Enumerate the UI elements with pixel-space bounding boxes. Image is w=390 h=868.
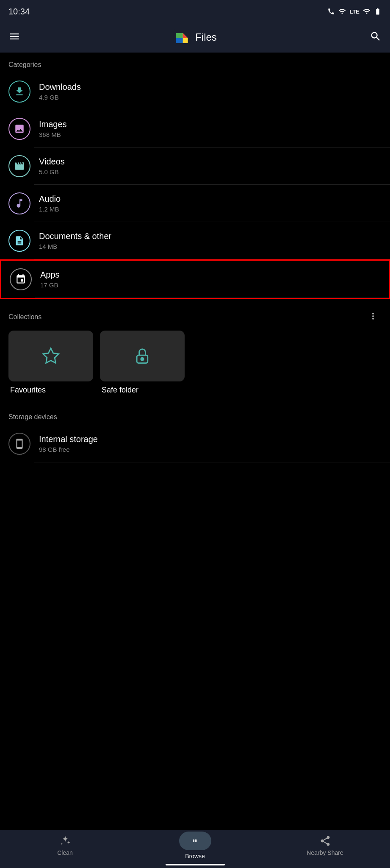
collection-item-safe-folder[interactable]: Safe folder [100, 331, 185, 395]
download-icon [14, 86, 25, 97]
documents-icon-circle [8, 230, 30, 252]
categories-label: Categories [0, 53, 390, 73]
svg-marker-4 [176, 38, 183, 43]
internal-storage-name: Internal storage [39, 434, 98, 444]
clean-nav-label: Clean [57, 849, 73, 856]
internal-storage-info: Internal storage 98 GB free [39, 434, 98, 453]
favourites-label: Favourites [8, 386, 46, 395]
browse-icon [189, 835, 201, 847]
nearby-share-nav-icon [319, 835, 331, 847]
downloads-size: 4.9 GB [39, 94, 81, 101]
apps-name: Apps [40, 270, 60, 280]
apps-size: 17 GB [40, 281, 60, 289]
collection-item-favourites[interactable]: Favourites [8, 331, 93, 395]
safe-folder-label: Safe folder [100, 386, 138, 395]
home-indicator [166, 864, 225, 865]
nearby-share-icon [319, 835, 331, 847]
more-options-button[interactable] [365, 309, 382, 325]
app-bar: Files [0, 22, 390, 53]
audio-info: Audio 1.2 MB [39, 194, 61, 213]
videos-icon [14, 161, 25, 172]
call-icon [327, 8, 335, 15]
svg-marker-2 [176, 33, 183, 38]
status-icons: LTE [327, 8, 382, 15]
signal-icon [363, 8, 371, 15]
audio-size: 1.2 MB [39, 206, 61, 213]
audio-name: Audio [39, 194, 61, 204]
svg-rect-11 [196, 840, 196, 842]
videos-size: 5.0 GB [39, 168, 65, 175]
battery-icon [374, 8, 382, 15]
images-size: 368 MB [39, 131, 67, 138]
downloads-info: Downloads 4.9 GB [39, 82, 81, 101]
favourites-card[interactable] [8, 331, 93, 381]
nav-item-nearby-share[interactable]: Nearby Share [260, 835, 390, 856]
images-name: Images [39, 120, 67, 129]
storage-section: Internal storage 98 GB free [0, 425, 390, 462]
clean-nav-icon [59, 835, 71, 847]
lte-badge: LTE [349, 8, 360, 15]
lock-icon [133, 347, 152, 365]
search-icon[interactable] [370, 31, 382, 44]
svg-rect-9 [193, 840, 194, 842]
phone-icon [14, 438, 25, 449]
images-info: Images 368 MB [39, 120, 67, 138]
videos-info: Videos 5.0 GB [39, 157, 65, 175]
bottom-nav: Clean Browse Nearby Share [0, 830, 390, 868]
collections-label: Collections [8, 313, 41, 321]
app-bar-center: Files [173, 29, 217, 46]
main-content: Categories Downloads 4.9 GB Images 368 M… [0, 53, 390, 505]
app-title: Files [195, 31, 217, 43]
browse-nav-label: Browse [185, 853, 205, 860]
wifi-icon [338, 8, 346, 15]
internal-storage-size: 98 GB free [39, 446, 98, 453]
documents-icon [14, 235, 25, 246]
browse-nav-icon [179, 832, 211, 850]
nav-item-clean[interactable]: Clean [0, 835, 130, 856]
storage-icon-circle [8, 433, 30, 455]
files-logo [173, 29, 190, 46]
safe-folder-card[interactable] [100, 331, 185, 381]
videos-name: Videos [39, 157, 65, 167]
sparkle-icon [59, 835, 71, 847]
collections-grid: Favourites Safe folder [0, 331, 390, 405]
svg-point-7 [141, 358, 144, 361]
hamburger-icon[interactable] [8, 31, 20, 44]
star-icon [41, 347, 60, 365]
downloads-name: Downloads [39, 82, 81, 92]
status-time: 10:34 [8, 7, 30, 17]
apps-icon-circle [10, 268, 32, 290]
collections-header: Collections [0, 299, 390, 331]
documents-info: Documents & other 14 MB [39, 231, 111, 250]
apps-info: Apps 17 GB [40, 270, 60, 289]
svg-marker-5 [43, 348, 59, 363]
category-item-downloads[interactable]: Downloads 4.9 GB [0, 73, 390, 110]
documents-name: Documents & other [39, 231, 111, 241]
nearby-share-nav-label: Nearby Share [307, 849, 343, 856]
category-item-images[interactable]: Images 368 MB [0, 110, 390, 147]
category-item-apps[interactable]: Apps 17 GB [0, 259, 390, 299]
apps-icon [15, 274, 26, 285]
category-item-audio[interactable]: Audio 1.2 MB [0, 185, 390, 222]
category-item-documents[interactable]: Documents & other 14 MB [0, 222, 390, 259]
storage-item-internal[interactable]: Internal storage 98 GB free [0, 425, 390, 462]
audio-icon [14, 198, 25, 209]
storage-label: Storage devices [0, 405, 390, 425]
documents-size: 14 MB [39, 243, 111, 250]
images-icon [14, 123, 25, 134]
images-icon-circle [8, 118, 30, 140]
status-bar: 10:34 LTE [0, 0, 390, 22]
download-icon-circle [8, 81, 30, 103]
videos-icon-circle [8, 155, 30, 177]
category-item-videos[interactable]: Videos 5.0 GB [0, 147, 390, 185]
nav-item-browse[interactable]: Browse [130, 832, 260, 860]
svg-rect-10 [194, 840, 195, 842]
audio-icon-circle [8, 192, 30, 214]
